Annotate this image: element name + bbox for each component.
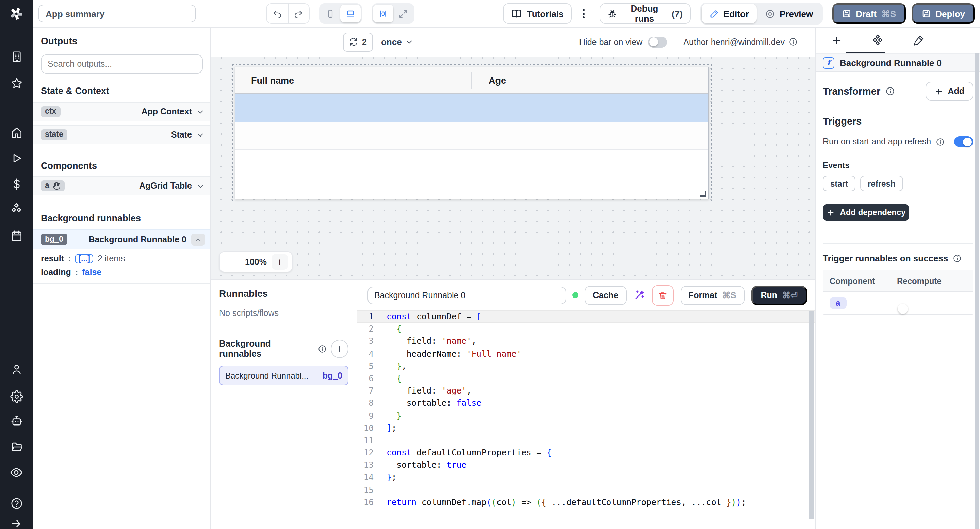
draft-label: Draft xyxy=(856,8,877,19)
zoom-in-button[interactable]: + xyxy=(272,254,288,269)
run-mode-select[interactable]: once xyxy=(381,37,414,47)
help-icon[interactable] xyxy=(0,494,33,512)
code-line-11[interactable]: 11 xyxy=(357,434,815,447)
info-icon[interactable] xyxy=(953,254,962,263)
format-button[interactable]: Format ⌘S xyxy=(680,285,744,305)
background-runnable-item[interactable]: Background Runnabl... bg_0 xyxy=(219,366,348,386)
insert-tab[interactable] xyxy=(816,34,857,46)
state-row[interactable]: state State xyxy=(33,125,210,144)
code-scrollbar[interactable] xyxy=(809,311,814,519)
code-line-8[interactable]: 8 sortable: false xyxy=(357,397,815,409)
undo-redo-group xyxy=(266,3,310,24)
component-a-chip[interactable]: a xyxy=(830,297,846,309)
resources-icon[interactable] xyxy=(0,200,33,218)
cache-button[interactable]: Cache xyxy=(585,285,627,305)
run-button[interactable]: Run ⌘⏎ xyxy=(751,285,808,305)
center-layout-button[interactable] xyxy=(373,5,394,22)
deploy-button[interactable]: Deploy xyxy=(912,3,975,24)
code-line-3[interactable]: 3 field: 'name', xyxy=(357,335,815,347)
windmill-logo[interactable] xyxy=(0,0,33,27)
full-width-button[interactable] xyxy=(394,5,414,22)
more-menu-button[interactable] xyxy=(579,5,589,22)
code-line-4[interactable]: 4 headerName: 'Full name' xyxy=(357,347,815,360)
code-line-9[interactable]: 9 } xyxy=(357,409,815,422)
home-icon[interactable] xyxy=(0,123,33,141)
app-canvas[interactable]: Full name Age − 100% + xyxy=(211,57,815,279)
info-icon[interactable] xyxy=(936,137,945,146)
code-line-14[interactable]: 14}; xyxy=(357,472,815,484)
chevron-up-icon[interactable] xyxy=(191,233,205,245)
favorites-icon[interactable] xyxy=(0,74,33,92)
workers-icon[interactable] xyxy=(0,412,33,430)
info-icon[interactable] xyxy=(885,86,894,96)
component-a-label: AgGrid Table xyxy=(139,181,192,191)
component-a-row[interactable]: a AgGrid Table xyxy=(33,176,210,195)
aggrid-table-component[interactable]: Full name Age xyxy=(235,67,709,199)
runs-icon[interactable] xyxy=(0,149,33,167)
desktop-view-button[interactable] xyxy=(340,5,361,22)
user-icon[interactable] xyxy=(0,360,33,378)
settings-tab-active[interactable] xyxy=(857,34,898,47)
plus-icon xyxy=(830,34,842,46)
editor-tab[interactable]: Editor xyxy=(702,4,757,23)
styling-tab[interactable] xyxy=(898,34,939,46)
resize-handle[interactable] xyxy=(700,191,706,197)
preview-tab[interactable]: Preview xyxy=(757,4,821,23)
chevron-down-icon[interactable] xyxy=(196,182,205,190)
ai-wand-icon[interactable] xyxy=(633,289,645,301)
add-dependency-button[interactable]: Add dependency xyxy=(823,204,909,221)
state-label: State xyxy=(171,130,192,140)
code-line-10[interactable]: 10]; xyxy=(357,422,815,434)
code-line-1[interactable]: 1const columnDef = [ xyxy=(357,311,815,323)
audit-logs-icon[interactable] xyxy=(0,464,33,481)
ctx-row[interactable]: ctx App Context xyxy=(33,102,210,121)
code-line-6[interactable]: 6 { xyxy=(357,373,815,385)
active-tab-underline xyxy=(846,51,885,53)
code-line-2[interactable]: 2 { xyxy=(357,323,815,335)
app-summary-input[interactable] xyxy=(38,5,196,22)
code-line-13[interactable]: 13 sortable: true xyxy=(357,459,815,472)
run-on-start-toggle[interactable] xyxy=(954,136,973,147)
aggrid-col-age[interactable]: Age xyxy=(486,75,506,86)
add-transformer-button[interactable]: Add xyxy=(925,82,973,101)
info-icon[interactable] xyxy=(318,344,326,353)
right-panel-scrollbar[interactable] xyxy=(974,53,979,529)
result-expand-chip[interactable]: [...] xyxy=(75,254,94,263)
search-outputs-input[interactable] xyxy=(41,54,203,73)
draft-button[interactable]: Draft ⌘S xyxy=(832,3,905,24)
tutorials-button[interactable]: Tutorials xyxy=(503,3,572,24)
run-mode-value: once xyxy=(381,37,402,47)
delete-runnable-button[interactable] xyxy=(652,285,673,305)
refresh-count-button[interactable]: 2 xyxy=(343,32,373,51)
code-line-15[interactable]: 15 xyxy=(357,484,815,496)
bg0-output-row[interactable]: bg_0 Background Runnable 0 xyxy=(33,229,210,249)
variables-icon[interactable] xyxy=(0,175,33,193)
zoom-out-button[interactable]: − xyxy=(224,254,240,269)
mobile-view-button[interactable] xyxy=(321,5,340,22)
code-line-12[interactable]: 12const defaultColumnProperties = { xyxy=(357,447,815,459)
workspace-icon[interactable] xyxy=(0,48,33,65)
trigger-success-title: Trigger runnables on success xyxy=(823,253,973,263)
undo-button[interactable] xyxy=(266,4,288,23)
add-background-runnable-button[interactable] xyxy=(331,339,348,358)
code-line-16[interactable]: 16return columnDef.map((col) => ({ ...de… xyxy=(357,496,815,508)
hide-bar-toggle[interactable] xyxy=(648,37,667,47)
code-line-7[interactable]: 7 field: 'age', xyxy=(357,385,815,397)
aggrid-row[interactable] xyxy=(235,122,708,150)
runnable-name-input[interactable] xyxy=(368,286,566,304)
redo-button[interactable] xyxy=(288,4,309,23)
chevron-down-icon[interactable] xyxy=(196,131,205,139)
windmill-app-editor: Tutorials Debug runs (7) Editor Preview … xyxy=(0,0,980,529)
expand-sidebar-icon[interactable] xyxy=(0,515,33,529)
code-editor[interactable]: 1const columnDef = [2 {3 field: 'name',4… xyxy=(357,311,815,508)
schedules-icon[interactable] xyxy=(0,227,33,244)
aggrid-selected-row[interactable] xyxy=(235,94,708,122)
component-diamonds-icon xyxy=(871,34,884,47)
settings-icon[interactable] xyxy=(0,387,33,405)
info-icon[interactable] xyxy=(789,37,798,46)
debug-runs-button[interactable]: Debug runs (7) xyxy=(600,3,691,24)
code-line-5[interactable]: 5 }, xyxy=(357,360,815,373)
chevron-down-icon[interactable] xyxy=(196,107,205,116)
aggrid-col-fullname[interactable]: Full name xyxy=(235,75,486,86)
folders-icon[interactable] xyxy=(0,438,33,456)
